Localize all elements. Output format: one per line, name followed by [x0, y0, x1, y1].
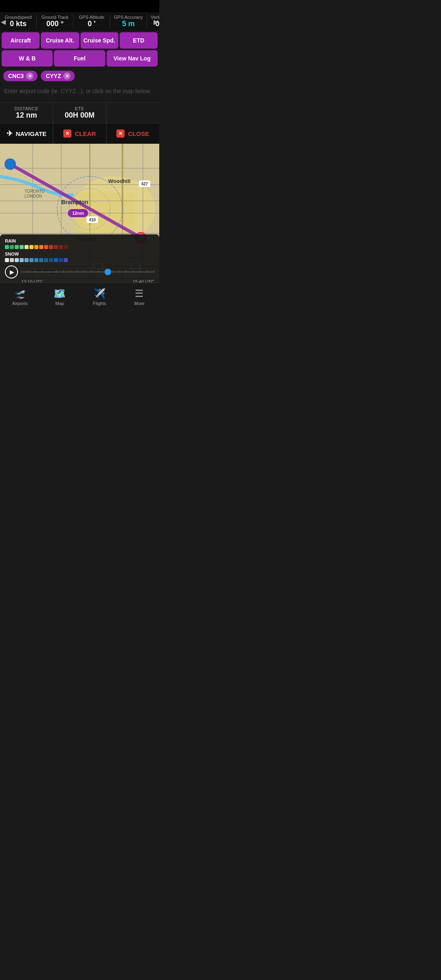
- timeline-track[interactable]: 13:10 UTC 15:40 UTC: [21, 267, 154, 277]
- airports-icon: 🛫: [14, 288, 26, 299]
- ground-track-value: 000 °: [46, 20, 63, 28]
- flights-label: Flights: [93, 301, 106, 306]
- distance-label: DISTANCE: [14, 106, 38, 111]
- map-area[interactable]: Woodhill Brampton Corners Hornby TORONTO…: [0, 144, 159, 283]
- rain-label: RAIN: [5, 238, 68, 243]
- rain-bar: [5, 245, 68, 249]
- arrow-left-icon: ◀: [1, 18, 6, 25]
- svg-text:LONDON: LONDON: [24, 194, 42, 198]
- svg-text:410: 410: [89, 218, 96, 222]
- snow-bar: [5, 258, 68, 262]
- svg-point-20: [6, 160, 14, 168]
- gps-altitude-label: GPS Altitude: [79, 15, 104, 20]
- action-row-2: W & B Fuel View Nav Log: [0, 50, 159, 68]
- metrics-bar: ◀ Groundspeed 0 kts Ground Track 000 ° G…: [0, 12, 159, 31]
- metric-ground-track: Ground Track 000 °: [37, 15, 74, 28]
- tag-cnc3-close[interactable]: ✕: [26, 72, 33, 80]
- empty-cell: [107, 103, 159, 123]
- view-nav-log-button[interactable]: View Nav Log: [107, 50, 158, 67]
- flights-icon: ✈️: [94, 288, 106, 299]
- aircraft-button[interactable]: Aircraft: [2, 32, 40, 49]
- weather-panel: RAIN SNOW: [0, 234, 159, 283]
- more-icon: ☰: [135, 288, 144, 299]
- svg-text:TORONTO: TORONTO: [24, 189, 45, 194]
- tag-cyyz[interactable]: CYYZ ✕: [41, 71, 75, 81]
- svg-text:12nm: 12nm: [72, 211, 84, 216]
- more-label: More: [134, 301, 145, 306]
- close-button[interactable]: ✕ CLOSE: [107, 123, 159, 144]
- bottom-action-buttons: ✈ NAVIGATE ✕ CLEAR ✕ CLOSE: [0, 123, 159, 144]
- nav-item-map[interactable]: 🗺️ Map: [40, 286, 80, 307]
- cruise-alt-button[interactable]: Cruise Alt.: [41, 32, 79, 49]
- timeline-line: [21, 272, 154, 272]
- gps-altitude-value: 0 ': [88, 20, 96, 28]
- nav-item-airports[interactable]: 🛫 Airports: [0, 286, 40, 307]
- etd-button[interactable]: ETD: [120, 32, 158, 49]
- status-bar: [0, 0, 159, 12]
- navigate-label: NAVIGATE: [16, 130, 47, 137]
- bottom-nav: 🛫 Airports 🗺️ Map ✈️ Flights ☰ More: [0, 283, 159, 316]
- play-icon: ▶: [10, 269, 14, 275]
- snow-label: SNOW: [5, 252, 68, 256]
- tag-cnc3[interactable]: CNC3 ✕: [3, 71, 38, 81]
- navigate-icon: ✈: [7, 129, 13, 138]
- time-start: 13:10 UTC: [21, 279, 43, 283]
- action-row-1: Aircraft Cruise Alt. Cruise Spd. ETD: [0, 31, 159, 50]
- nav-item-flights[interactable]: ✈️ Flights: [80, 286, 120, 307]
- metric-gps-accuracy: GPS Accuracy 5 m: [110, 15, 147, 28]
- tag-cyyz-close[interactable]: ✕: [63, 72, 71, 80]
- svg-text:Woodhill: Woodhill: [108, 178, 131, 184]
- cruise-spd-button[interactable]: Cruise Spd.: [80, 32, 118, 49]
- clear-x-icon: ✕: [63, 129, 71, 138]
- nav-item-more[interactable]: ☰ More: [120, 286, 160, 307]
- play-button[interactable]: ▶: [5, 265, 18, 278]
- timeline-handle[interactable]: [105, 269, 111, 275]
- airports-label: Airports: [12, 301, 28, 306]
- info-row: DISTANCE 12 nm ETE 00H 00M: [0, 102, 159, 123]
- svg-text:427: 427: [141, 182, 148, 186]
- groundspeed-label: Groundspeed: [4, 15, 32, 20]
- map-label: Map: [56, 301, 64, 306]
- distance-value: 12 nm: [16, 111, 37, 120]
- time-end: 15:40 UTC: [133, 279, 154, 283]
- map-icon: 🗺️: [53, 288, 66, 299]
- ete-value: 00H 00M: [65, 111, 94, 120]
- tag-cyyz-label: CYYZ: [46, 73, 61, 79]
- close-label: CLOSE: [128, 130, 149, 137]
- distance-cell: DISTANCE 12 nm: [0, 103, 53, 123]
- svg-text:Brampton: Brampton: [61, 199, 88, 205]
- gps-accuracy-label: GPS Accuracy: [114, 15, 143, 20]
- fuel-button[interactable]: Fuel: [54, 50, 105, 67]
- wb-button[interactable]: W & B: [2, 50, 53, 67]
- groundspeed-value: 0 kts: [10, 20, 27, 28]
- ete-cell: ETE 00H 00M: [53, 103, 106, 123]
- time-labels: 13:10 UTC 15:40 UTC: [21, 279, 154, 283]
- metric-gps-altitude: GPS Altitude 0 ': [74, 15, 110, 28]
- ground-track-label: Ground Track: [41, 15, 69, 20]
- timeline-row: ▶ 13:10 UTC 15:40 UTC: [5, 265, 154, 278]
- gps-accuracy-value: 5 m: [122, 20, 135, 28]
- arrow-right-icon: ▶: [154, 18, 158, 25]
- ete-label: ETE: [75, 106, 85, 111]
- navigate-button[interactable]: ✈ NAVIGATE: [0, 123, 53, 144]
- close-x-icon: ✕: [116, 129, 125, 138]
- hint-text: Enter airport code (ie. CYYZ...), or cli…: [0, 84, 159, 102]
- clear-button[interactable]: ✕ CLEAR: [53, 123, 106, 144]
- clear-label: CLEAR: [75, 130, 96, 137]
- tags-row: CNC3 ✕ CYYZ ✕: [0, 68, 159, 84]
- tag-cnc3-label: CNC3: [8, 73, 24, 79]
